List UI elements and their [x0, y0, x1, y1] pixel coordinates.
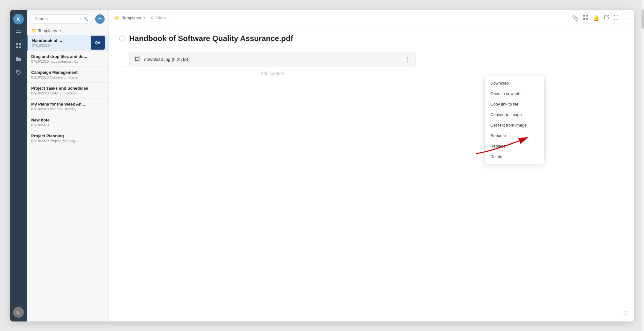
page-title-row: Handbook of Software Quality Assurance.p…: [119, 34, 624, 43]
context-menu-replace[interactable]: Replace: [485, 141, 544, 151]
sidebar-item-title: Handbook of ...: [32, 38, 86, 43]
svg-point-4: [17, 71, 18, 72]
add-note-button[interactable]: +: [95, 14, 105, 24]
topbar-folder-chevron[interactable]: ▾: [144, 16, 145, 20]
filter-icon: ≡: [80, 17, 82, 21]
sidebar-list: Handbook of ... 07/10/2020 QA Drag and d…: [27, 35, 108, 321]
tag-nav-icon[interactable]: [13, 67, 24, 78]
svg-rect-5: [583, 15, 585, 17]
sidebar-item-title: Project Tasks and Schedules: [31, 86, 104, 91]
svg-rect-7: [583, 18, 585, 20]
context-menu-delete[interactable]: Delete: [485, 151, 544, 162]
tag-icon: 🏷: [150, 16, 154, 20]
sidebar-item-meta: 07/10/2020 Conception Stage ...: [31, 75, 104, 79]
icon-bar: K: [10, 10, 27, 321]
list-item[interactable]: Campaign Management 07/10/2020 Conceptio…: [27, 67, 108, 83]
add-tags-button[interactable]: 🏷 Add tags: [148, 15, 173, 21]
list-item[interactable]: Project Planning 07/10/2020 Project Plan…: [27, 130, 108, 146]
sidebar-item-title: New note: [31, 118, 104, 122]
user-avatar-k[interactable]: K: [13, 14, 24, 24]
block-handle[interactable]: ⋯: [121, 62, 127, 69]
topbar-breadcrumb: 📁 Templates ▾ 🏷 Add tags: [115, 15, 173, 21]
sidebar-folder-row[interactable]: 📁 Templates ▾: [27, 26, 108, 35]
sidebar-header: ≡ 🔍 +: [27, 10, 108, 26]
page-title: Handbook of Software Quality Assurance.p…: [129, 34, 293, 43]
list-item[interactable]: Drag and drop files and do... 07/10/2020…: [27, 51, 108, 67]
context-menu: Download Open in new tab Copy link to fi…: [484, 76, 545, 164]
svg-rect-2: [16, 46, 18, 48]
context-menu-get-text[interactable]: Get text from image: [485, 120, 544, 130]
attachment-filename: download.jpg (6.25 kB): [144, 57, 190, 62]
image-file-icon: 🖼: [135, 56, 140, 63]
context-menu-copy-link[interactable]: Copy link to file: [485, 99, 544, 109]
sidebar-item-meta: 07/10/2020 Tasks and schedul...: [31, 91, 104, 95]
attach-icon[interactable]: 📎: [572, 15, 578, 21]
context-menu-rename[interactable]: Rename: [485, 130, 544, 141]
sidebar-item-meta: 07/10/2020 Project Planning ...: [31, 139, 104, 143]
svg-rect-1: [19, 43, 21, 45]
sidebar-item-title: Campaign Management: [31, 70, 104, 75]
more-options-icon[interactable]: ⋯: [623, 15, 628, 21]
bell-icon[interactable]: 🔔: [593, 15, 599, 21]
attachment-block: 🖼 download.jpg (6.25 kB) ⋮: [129, 52, 416, 67]
expand-icon[interactable]: ⛶: [613, 15, 619, 21]
sidebar-item-meta: 07/10/2020 https://nimbus.ni...: [31, 59, 104, 63]
topbar-folder-label[interactable]: Templates: [122, 16, 141, 20]
folder-nav-icon[interactable]: [13, 54, 24, 65]
folder-chevron-icon: ▾: [60, 29, 61, 32]
hamburger-menu-icon[interactable]: [13, 27, 24, 38]
sidebar-folder-label: Templates: [38, 28, 57, 33]
context-menu-download[interactable]: Download: [485, 78, 544, 88]
list-item[interactable]: My Plans for the Week Ah... 07/10/2020 M…: [27, 99, 108, 114]
topbar-folder-icon: 📁: [115, 16, 120, 20]
sidebar: ≡ 🔍 + 📁 Templates ▾ Handbook of ... 07/1…: [27, 10, 109, 321]
share-icon[interactable]: [604, 15, 609, 21]
topbar: 📁 Templates ▾ 🏷 Add tags 📎: [109, 10, 634, 26]
sidebar-item-meta: 07/10/2020: [31, 123, 104, 127]
sidebar-item-title: Project Planning: [31, 134, 104, 138]
user-avatar-l[interactable]: L: [13, 307, 24, 318]
search-box[interactable]: ≡ 🔍: [31, 14, 93, 24]
app-window: K: [10, 10, 634, 321]
main-area: 📁 Templates ▾ 🏷 Add tags 📎: [109, 10, 634, 321]
svg-rect-6: [586, 15, 588, 17]
list-item[interactable]: Project Tasks and Schedules 07/10/2020 T…: [27, 83, 108, 99]
page-checkbox[interactable]: [119, 35, 125, 42]
feedback-smiley-icon[interactable]: ☺: [622, 309, 629, 316]
topbar-actions: 📎 🔔 ⛶: [572, 14, 628, 21]
svg-rect-0: [16, 43, 18, 45]
page-content: Handbook of Software Quality Assurance.p…: [109, 26, 634, 321]
sidebar-item-meta: 07/10/2020: [32, 44, 86, 47]
svg-rect-8: [586, 18, 588, 20]
attachment-more-icon[interactable]: ⋮: [404, 56, 410, 63]
sidebar-item-title: My Plans for the Week Ah...: [31, 102, 104, 107]
search-input[interactable]: [35, 17, 78, 21]
context-menu-open-new-tab[interactable]: Open in new tab: [485, 88, 544, 99]
sidebar-item-title: Drag and drop files and do...: [31, 54, 104, 59]
list-item[interactable]: New note 07/10/2020: [27, 114, 108, 130]
grid-nav-icon[interactable]: [13, 40, 24, 51]
search-icon: 🔍: [84, 17, 88, 21]
caption-placeholder[interactable]: Add caption: [129, 67, 416, 80]
note-thumbnail: QA: [91, 36, 105, 50]
grid-view-icon[interactable]: [583, 14, 589, 21]
folder-small-icon: 📁: [31, 28, 36, 33]
list-item[interactable]: Handbook of ... 07/10/2020 QA: [27, 35, 108, 51]
context-menu-convert-image[interactable]: Convert to image: [485, 109, 544, 120]
add-tags-label: Add tags: [155, 16, 170, 20]
svg-rect-3: [19, 46, 21, 48]
sidebar-item-meta: 07/10/2020 Monday Tuesday ...: [31, 107, 104, 111]
